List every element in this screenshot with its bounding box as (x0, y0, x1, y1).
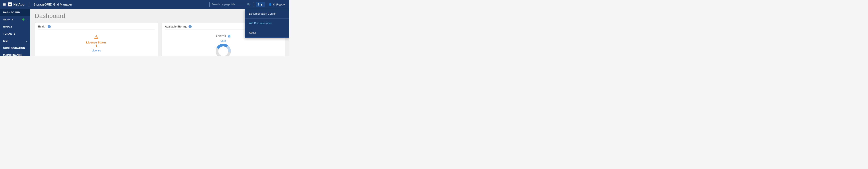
health-card-header: Health i (38, 25, 155, 30)
sidebar-label-dashboard: DASHBOARD (3, 11, 20, 14)
help-dropdown-menu: Documentation Center API Documentation A… (245, 9, 289, 38)
dropdown-item-documentation-center[interactable]: Documentation Center (245, 9, 289, 18)
sidebar-item-dashboard[interactable]: DASHBOARD (0, 9, 30, 16)
hamburger-icon[interactable]: ☰ (3, 2, 6, 7)
license-status-text: License Status (86, 41, 106, 44)
sidebar-label-maintenance: MAINTENANCE (3, 54, 23, 56)
sidebar-item-maintenance[interactable]: MAINTENANCE (0, 51, 30, 56)
search-input[interactable] (211, 3, 247, 6)
help-button[interactable]: ? ▲ (256, 2, 265, 7)
sidebar-item-configuration[interactable]: CONFIGURATION (0, 44, 30, 51)
app-title: StorageGRID Grid Manager (33, 3, 72, 6)
user-icon: 👤 (269, 3, 272, 6)
ilm-chevron: ⌄ (25, 40, 27, 42)
alerts-green-dot (22, 18, 25, 20)
health-card: Health i ⚠ License Status 1 License (35, 23, 158, 56)
overall-section: Overall ▩ (216, 34, 230, 38)
health-info-icon[interactable]: i (48, 25, 51, 28)
dropdown-item-about[interactable]: About (245, 28, 289, 38)
sidebar-label-tenants: TENANTS (3, 32, 16, 35)
sidebar-label-alerts: ALERTS (3, 18, 13, 21)
sidebar-item-nodes[interactable]: NODES (0, 23, 30, 30)
overall-label: Overall (216, 34, 226, 38)
navbar-divider: | (29, 2, 30, 7)
sidebar-item-ilm[interactable]: ILM ⌄ (0, 37, 30, 44)
sidebar-label-ilm: ILM (3, 39, 7, 42)
license-count: 1 (95, 44, 97, 48)
alerts-chevron: ⌄ (25, 18, 27, 21)
search-box[interactable]: 🔍 (210, 2, 254, 7)
warning-icon: ⚠ (94, 34, 99, 40)
netapp-logo-text: NetApp (13, 3, 25, 6)
user-label: ⚙ Root (273, 3, 282, 6)
alerts-badge: ⌄ (22, 18, 27, 21)
donut-container (215, 43, 231, 56)
netapp-logo-icon (8, 2, 12, 6)
health-card-title: Health (38, 25, 46, 28)
navbar-left: ☰ NetApp | StorageGRID Grid Manager (3, 2, 210, 7)
license-link[interactable]: License (92, 49, 101, 52)
navbar: ☰ NetApp | StorageGRID Grid Manager 🔍 ? … (0, 0, 289, 9)
sidebar-item-alerts[interactable]: ALERTS ⌄ (0, 16, 30, 23)
bar-chart-icon: ▩ (228, 34, 230, 38)
storage-card-title: Available Storage (165, 25, 187, 28)
sidebar-item-tenants[interactable]: TENANTS (0, 30, 30, 37)
sidebar: DASHBOARD ALERTS ⌄ NODES TENANTS ILM ⌄ C… (0, 9, 30, 56)
user-chevron: ▾ (283, 3, 285, 6)
help-icon: ? (257, 3, 259, 6)
dropdown-item-api-documentation[interactable]: API Documentation (245, 18, 289, 28)
storage-donut-chart (215, 43, 231, 56)
search-icon[interactable]: 🔍 (247, 3, 251, 6)
used-label: Used (220, 39, 226, 42)
navbar-right: 🔍 ? ▲ 👤 ⚙ Root ▾ (210, 2, 287, 7)
sidebar-label-configuration: CONFIGURATION (3, 47, 25, 49)
netapp-logo: NetApp (8, 2, 25, 6)
health-card-body: ⚠ License Status 1 License (38, 32, 155, 54)
help-chevron: ▲ (260, 3, 263, 6)
storage-info-icon[interactable]: i (188, 25, 192, 28)
sidebar-label-nodes: NODES (3, 25, 12, 28)
user-button[interactable]: 👤 ⚙ Root ▾ (267, 2, 287, 7)
